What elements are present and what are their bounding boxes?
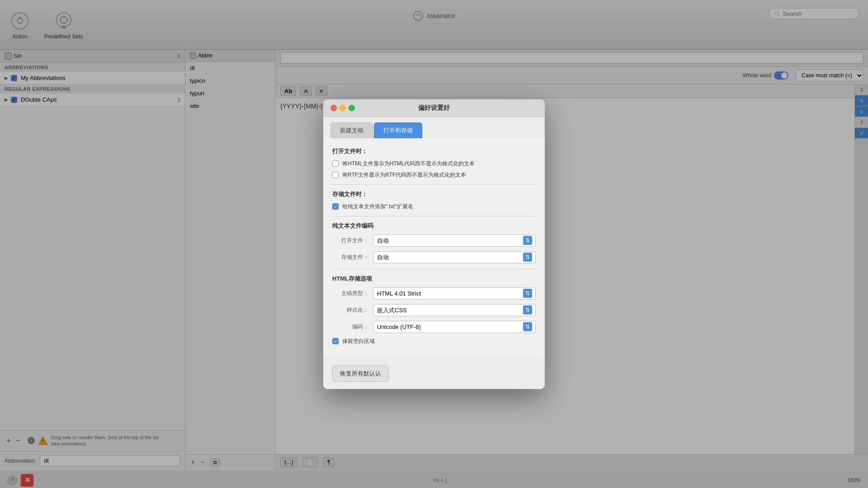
open-section-label: 打开文件时： xyxy=(332,147,536,155)
rtf-display-label: 将RTF文件显示为RTF代码而不显示为格式化的文本 xyxy=(342,171,466,179)
modal-body: 打开文件时： 将HTML文件显示为HTML代码而不显示为格式化的文本 将RTF文… xyxy=(323,138,545,358)
html-display-option-row: 将HTML文件显示为HTML代码而不显示为格式化的文本 xyxy=(332,160,536,168)
divider-1 xyxy=(332,184,536,185)
open-file-select-wrapper: 自动 ⇅ xyxy=(373,235,536,247)
rtf-display-checkbox[interactable] xyxy=(332,172,339,178)
doc-type-label: 文稿类型： xyxy=(332,290,368,297)
encoding-row: 编码： Unicode (UTF-8) ⇅ xyxy=(332,321,536,333)
txt-extension-label: 给纯文本文件添加".txt"扩展名 xyxy=(342,203,413,211)
save-section-label: 存储文件时： xyxy=(332,190,536,198)
html-section-label: HTML存储选项 xyxy=(332,275,536,283)
preserve-whitespace-checkbox[interactable] xyxy=(332,338,339,344)
modal-title: 偏好设置好 xyxy=(418,104,450,112)
tab-open-save[interactable]: 打开和存储 xyxy=(374,122,422,138)
encoding-select-wrapper: Unicode (UTF-8) ⇅ xyxy=(373,321,536,333)
preserve-whitespace-row: 保留空白区域 xyxy=(332,338,536,345)
divider-3 xyxy=(332,269,536,269)
encoding-section-label: 纯文本文件编码 xyxy=(332,222,536,230)
doc-type-row: 文稿类型： HTML 4.01 Strict ⇅ xyxy=(332,287,536,300)
txt-extension-checkbox[interactable] xyxy=(332,203,339,210)
doc-type-select-wrapper: HTML 4.01 Strict ⇅ xyxy=(373,287,536,300)
txt-extension-row: 给纯文本文件添加".txt"扩展名 xyxy=(332,203,536,211)
preferences-modal: 偏好设置好 新建文稿 打开和存储 打开文件时： 将HTML文件显示为HTML代码… xyxy=(323,99,545,389)
open-file-select[interactable]: 自动 xyxy=(373,235,536,247)
style-label: 样式化： xyxy=(332,306,368,314)
encoding-label: 编码： xyxy=(332,323,368,331)
minimize-button[interactable] xyxy=(340,105,346,111)
save-file-label: 存储文件： xyxy=(332,253,368,261)
traffic-lights xyxy=(330,105,358,111)
maximize-button[interactable] xyxy=(349,105,355,111)
encoding-select[interactable]: Unicode (UTF-8) xyxy=(373,321,536,333)
style-select[interactable]: 嵌入式CSS xyxy=(373,304,536,316)
close-button[interactable] xyxy=(330,105,337,111)
save-file-select-wrapper: 自动 ⇅ xyxy=(373,251,536,263)
divider-2 xyxy=(332,216,536,216)
restore-defaults-button[interactable]: 恢复所有默认认 xyxy=(332,366,389,382)
doc-type-select[interactable]: HTML 4.01 Strict xyxy=(373,287,536,300)
modal-titlebar: 偏好设置好 xyxy=(323,99,545,117)
modal-tabs: 新建文稿 打开和存储 xyxy=(323,117,545,138)
style-row: 样式化： 嵌入式CSS ⇅ xyxy=(332,304,536,316)
modal-footer: 恢复所有默认认 xyxy=(323,358,545,389)
modal-overlay: 偏好设置好 新建文稿 打开和存储 打开文件时： 将HTML文件显示为HTML代码… xyxy=(0,0,868,488)
preserve-whitespace-label: 保留空白区域 xyxy=(342,338,375,345)
style-select-wrapper: 嵌入式CSS ⇅ xyxy=(373,304,536,316)
html-display-label: 将HTML文件显示为HTML代码而不显示为格式化的文本 xyxy=(342,160,475,168)
tab-new-document[interactable]: 新建文稿 xyxy=(330,122,373,138)
open-file-encoding-row: 打开文件： 自动 ⇅ xyxy=(332,235,536,247)
save-file-select[interactable]: 自动 xyxy=(373,251,536,263)
html-display-checkbox[interactable] xyxy=(332,160,339,167)
rtf-display-option-row: 将RTF文件显示为RTF代码而不显示为格式化的文本 xyxy=(332,171,536,179)
open-file-label: 打开文件： xyxy=(332,237,368,244)
save-file-encoding-row: 存储文件： 自动 ⇅ xyxy=(332,251,536,263)
